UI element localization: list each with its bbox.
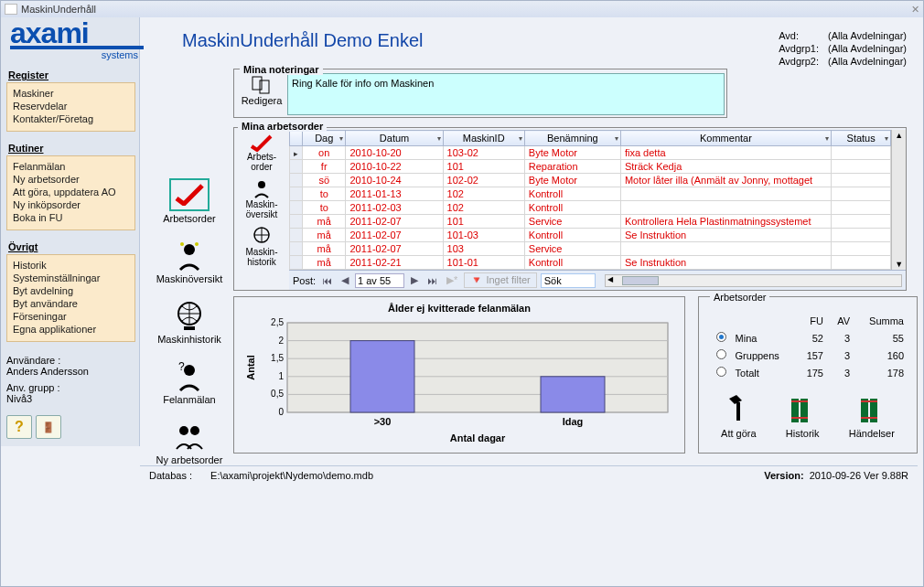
orders-horizontal-scrollbar[interactable] [605, 274, 902, 287]
orders-vertical-scrollbar[interactable]: ▲▼ [891, 130, 906, 270]
notes-text[interactable]: Ring Kalle för info om Maskinen [287, 73, 725, 115]
svg-rect-26 [350, 341, 414, 412]
sidebar-section-ovrigt: Övrigt [6, 238, 135, 254]
nav-first[interactable]: ⏮ [319, 275, 335, 286]
nav-position[interactable] [355, 273, 404, 288]
app-icon [5, 4, 17, 15]
stats-row-totalt[interactable]: Totalt1753178 [708, 365, 908, 380]
nav-ny-arbetsorder[interactable]: Ny arbetsorder [156, 420, 223, 465]
version-label: Version: [764, 470, 803, 481]
sidebar-item-att-gora[interactable]: Att göra, uppdatera AO [13, 186, 129, 198]
exit-button[interactable]: 🚪 [36, 415, 61, 439]
svg-rect-35 [791, 400, 808, 402]
version-value: 2010-09-26 Ver 9.88R [810, 470, 908, 481]
nav-prev[interactable]: ◀ [338, 274, 351, 286]
col-maskinid[interactable]: MaskinID▾ [443, 131, 524, 146]
stats-row-mina[interactable]: Mina52355 [708, 330, 908, 346]
sidebar-item-byt-anvandare[interactable]: Byt användare [13, 297, 129, 310]
table-row[interactable]: må2011-02-21101-01KontrollSe Instruktion [290, 256, 891, 270]
svg-rect-40 [861, 417, 877, 419]
record-navigator: Post: ⏮ ◀ ▶ ⏭ ▶* 🔻 Inget filter Sök [289, 270, 906, 290]
svg-text:?: ? [178, 360, 185, 373]
row-selector-header[interactable] [290, 131, 303, 146]
stats-icon-historik[interactable]: Historik [786, 393, 820, 439]
stats-icon-handelser[interactable]: Händelser [849, 393, 895, 439]
sidebar-item-felanmalan[interactable]: Felanmälan [13, 160, 129, 173]
svg-rect-39 [861, 400, 877, 402]
svg-text:2: 2 [278, 336, 284, 346]
svg-point-11 [258, 181, 265, 188]
close-icon[interactable]: ✕ [911, 4, 919, 16]
window-title: MaskinUnderhåll [21, 4, 96, 15]
col-benamning[interactable]: Benämning▾ [524, 131, 620, 146]
sidebar-item-maskiner[interactable]: Maskiner [13, 87, 129, 100]
sidebar-item-systeminst[interactable]: Systeminställningar [13, 272, 129, 284]
svg-text:Antal: Antal [245, 355, 256, 380]
col-kommentar[interactable]: Kommentar▾ [620, 131, 831, 146]
sub-maskinoversikt[interactable]: Maskin- översikt [245, 177, 277, 219]
table-row[interactable]: må2011-02-07101-03KontrollSe Instruktion [290, 229, 891, 242]
col-datum[interactable]: Datum▾ [346, 131, 443, 146]
table-row[interactable]: fr2010-10-22101ReparationSträck Kedja [290, 160, 891, 174]
svg-rect-32 [736, 402, 740, 421]
nav-arbetsorder[interactable]: Arbetsorder [163, 178, 215, 224]
edit-notes-button[interactable]: Redigera [236, 73, 287, 115]
sidebar-item-forseningar[interactable]: Förseningar [13, 310, 129, 323]
sidebar-item-reservdelar[interactable]: Reservdelar [13, 100, 129, 112]
sidebar-item-historik[interactable]: Historik [13, 259, 129, 272]
svg-text:2,5: 2,5 [271, 317, 284, 327]
nav-no-filter[interactable]: 🔻 Inget filter [464, 272, 536, 288]
help-button[interactable]: ? [6, 415, 32, 439]
age-chart: Ålder ej kvitterade felanmälan 00,511,52… [233, 296, 685, 454]
stats-row-gruppens[interactable]: Gruppens1573160 [708, 347, 908, 363]
table-row[interactable]: on2010-10-20103-02Byte Motorfixa detta [290, 146, 891, 160]
svg-text:Idag: Idag [563, 416, 584, 427]
stats-title: Arbetsorder [710, 292, 769, 303]
sidebar-item-egna-app[interactable]: Egna applikationer [13, 323, 129, 336]
nav-next[interactable]: ▶ [408, 274, 421, 286]
nav-new[interactable]: ▶* [444, 274, 460, 286]
svg-text:>30: >30 [374, 416, 392, 427]
nav-maskinoversikt[interactable]: Maskinöversikt [156, 239, 223, 284]
table-row[interactable]: sö2010-10-24102-02Byte MotorMotor låter … [290, 174, 891, 187]
stats-group: Arbetsorder FUAVSumma Mina52355 Gruppens… [698, 296, 918, 454]
sidebar-item-ny-arbetsorder[interactable]: Ny arbetsorder [13, 173, 129, 186]
svg-point-1 [180, 242, 184, 246]
sidebar-item-boka-in-fu[interactable]: Boka in FU [13, 211, 129, 224]
table-row[interactable]: to2011-02-03102Kontroll [290, 201, 891, 215]
hammer-icon [724, 393, 753, 426]
sidebar-item-ny-inkopsorder[interactable]: Ny inköpsorder [13, 198, 129, 211]
svg-point-2 [195, 242, 199, 246]
nav-felanmalan[interactable]: ? Felanmälan [163, 359, 215, 405]
window-titlebar: MaskinUnderhåll ✕ [1, 1, 923, 17]
notes-title: Mina noteringar [240, 64, 323, 75]
nav-maskinhistorik[interactable]: Maskinhistorik [157, 299, 221, 345]
nav-search-box[interactable]: Sök [541, 273, 596, 288]
svg-rect-4 [184, 326, 195, 330]
svg-point-5 [184, 365, 195, 376]
exit-door-icon: 🚪 [42, 422, 55, 433]
svg-text:1,5: 1,5 [271, 353, 284, 363]
sidebar-item-kontakter[interactable]: Kontakter/Företag [13, 112, 129, 125]
person-group-icon [171, 420, 208, 453]
edit-notes-icon [249, 73, 274, 95]
sidebar-item-byt-avdelning[interactable]: Byt avdelning [13, 284, 129, 297]
header-info: Avd:(Alla Avdelningar) Avdgrp1:(Alla Avd… [773, 25, 912, 69]
user-label: Användare : [6, 355, 135, 366]
group-label: Anv. grupp : [6, 382, 135, 393]
sub-maskinhistorik[interactable]: Maskin- historik [245, 225, 277, 267]
table-row[interactable]: to2011-01-13102Kontroll [290, 187, 891, 201]
stats-icon-att-gora[interactable]: Att göra [721, 393, 757, 439]
svg-rect-28 [541, 377, 605, 412]
page-title: MaskinUnderhåll Demo Enkel [145, 25, 423, 51]
table-row[interactable]: må2011-02-07101ServiceKontrollera Hela P… [290, 215, 891, 229]
nav-last[interactable]: ⏭ [424, 275, 440, 286]
col-dag[interactable]: Dag▾ [303, 131, 346, 146]
chart-title: Ålder ej kvitterade felanmälan [243, 303, 675, 317]
table-row[interactable]: må2011-02-07103Service [290, 242, 891, 256]
col-status[interactable]: Status▾ [831, 131, 890, 146]
user-value: Anders Andersson [6, 366, 135, 377]
question-icon: ? [15, 419, 24, 435]
svg-text:Antal dagar: Antal dagar [450, 432, 506, 443]
sub-arbetsorder[interactable]: Arbets- order [247, 133, 276, 172]
